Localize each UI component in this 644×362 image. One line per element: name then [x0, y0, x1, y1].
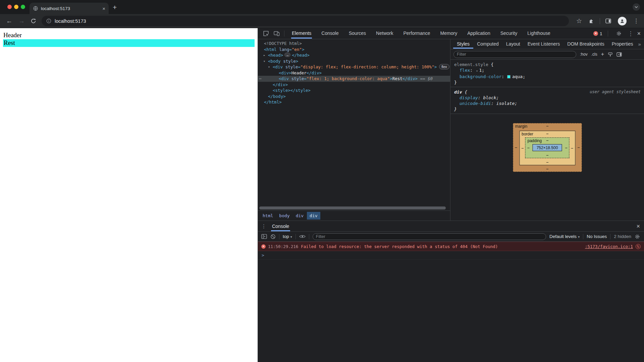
padding-top-value[interactable]: −	[546, 138, 548, 143]
element-style-rule[interactable]: element.style { flex: ▸1; background-col…	[450, 60, 644, 87]
style-property-line[interactable]: background-color: aqua;	[454, 74, 641, 79]
expand-shorthand-icon[interactable]: ▸	[476, 69, 478, 72]
color-swatch[interactable]	[507, 75, 511, 78]
expand-down-icon[interactable]: ▾	[263, 58, 265, 64]
device-toolbar-icon[interactable]	[274, 31, 280, 36]
margin-bottom-value[interactable]: −	[546, 167, 548, 171]
new-tab-button[interactable]: +	[113, 4, 117, 11]
url-bar[interactable]: localhost:5173	[42, 16, 569, 26]
breadcrumb-body[interactable]: body	[276, 212, 292, 220]
devtools-tab-elements[interactable]: Elements	[291, 28, 312, 39]
dom-tree-row[interactable]: </body>	[258, 94, 450, 100]
dom-tree-row[interactable]: <div>Header</div>	[258, 70, 450, 76]
rendering-emulation-icon[interactable]	[608, 52, 613, 57]
window-minimize-button[interactable]	[14, 5, 18, 9]
devtools-menu-icon[interactable]: ⋮	[628, 30, 633, 37]
padding-right-value[interactable]: −	[565, 145, 567, 150]
scrollbar-thumb[interactable]	[259, 206, 446, 209]
styles-tab-styles[interactable]: Styles	[453, 40, 473, 49]
computed-sidebar-icon[interactable]	[616, 52, 622, 57]
breadcrumb-div[interactable]: div	[307, 212, 320, 220]
box-model-padding[interactable]: padding − − − − 752×18.500	[525, 137, 570, 158]
clear-console-icon[interactable]	[270, 234, 276, 239]
breadcrumb-html[interactable]: html	[260, 212, 276, 220]
box-model-content[interactable]: 752×18.500	[533, 144, 562, 151]
padding-bottom-value[interactable]: −	[546, 153, 548, 158]
box-model-margin[interactable]: margin − − − − border − − − − padding	[513, 123, 582, 172]
dom-tree-row[interactable]: </div>	[258, 82, 450, 88]
console-drawer-tab[interactable]: Console	[271, 221, 290, 231]
flex-badge[interactable]: flex	[439, 64, 449, 69]
dom-tree-row[interactable]: ▾<body style>	[258, 58, 450, 64]
devtools-settings-gear-icon[interactable]	[616, 31, 622, 36]
ellipsis-button[interactable]: …	[284, 53, 290, 57]
dom-tree-row[interactable]: ▾<div style="display: flex; flex-directi…	[258, 64, 450, 70]
devtools-close-icon[interactable]: ×	[637, 31, 641, 37]
tab-search-button[interactable]	[633, 3, 640, 11]
horizontal-scrollbar[interactable]	[258, 206, 450, 210]
extensions-puzzle-icon[interactable]	[589, 18, 594, 24]
border-left-value[interactable]: −	[521, 146, 524, 150]
console-prompt[interactable]: >	[258, 251, 644, 260]
devtools-tab-memory[interactable]: Memory	[440, 28, 458, 39]
row-actions-icon[interactable]: ⋯	[259, 76, 262, 82]
devtools-tab-lighthouse[interactable]: Lighthouse	[527, 28, 551, 39]
style-property-line[interactable]: flex: ▸1;	[454, 67, 641, 74]
styles-tab-layout[interactable]: Layout	[502, 40, 524, 49]
border-top-value[interactable]: −	[546, 131, 548, 136]
devtools-tab-performance[interactable]: Performance	[402, 28, 431, 39]
border-right-value[interactable]: −	[571, 146, 573, 150]
browser-tab[interactable]: localhost:5173 ×	[30, 3, 109, 14]
dom-tree-row[interactable]: <style></style>	[258, 87, 450, 94]
drawer-close-icon[interactable]: ×	[636, 223, 640, 229]
devtools-tab-console[interactable]: Console	[321, 28, 339, 39]
console-sidebar-icon[interactable]	[261, 234, 267, 239]
devtools-tab-security[interactable]: Security	[500, 28, 518, 39]
back-button[interactable]: ←	[6, 18, 12, 24]
breadcrumb-div[interactable]: div	[293, 212, 306, 220]
box-model-border[interactable]: border − − − − padding − − − −	[519, 131, 575, 165]
issues-counter[interactable]: No Issues	[587, 234, 607, 239]
inspect-element-icon[interactable]	[263, 31, 269, 37]
expand-down-icon[interactable]: ▾	[268, 64, 270, 70]
box-model-diagram[interactable]: margin − − − − border − − − − padding	[513, 123, 582, 172]
dom-tree-row[interactable]: <html lang="en">	[258, 47, 450, 53]
forward-button[interactable]: →	[18, 18, 25, 24]
context-selector[interactable]: top▾	[283, 234, 292, 239]
console-settings-gear-icon[interactable]	[635, 234, 640, 239]
live-expression-eye-icon[interactable]	[299, 234, 306, 239]
padding-left-value[interactable]: −	[527, 145, 530, 150]
profile-avatar[interactable]	[618, 17, 627, 25]
user-agent-rule[interactable]: div { user agent stylesheet display: blo…	[450, 87, 644, 114]
console-error-message[interactable]: × 11:50:29.216 Failed to load resource: …	[258, 242, 644, 251]
site-info-icon[interactable]	[46, 18, 51, 23]
console-filter-input[interactable]	[313, 233, 546, 240]
styles-tab-dom-breakpoints[interactable]: DOM Breakpoints	[564, 40, 608, 49]
tab-close-icon[interactable]: ×	[102, 6, 105, 11]
dom-tree-row[interactable]: <!DOCTYPE html>	[258, 41, 450, 47]
margin-top-value[interactable]: −	[546, 124, 548, 128]
new-style-rule-icon[interactable]: +	[601, 52, 604, 57]
bookmark-star-icon[interactable]: ☆	[576, 18, 582, 24]
devtools-tab-network[interactable]: Network	[375, 28, 394, 39]
border-bottom-value[interactable]: −	[546, 160, 548, 165]
dom-tree-row[interactable]: ⋯<div style="flex: 1; background-color: …	[258, 76, 450, 82]
side-panel-icon[interactable]	[605, 18, 611, 23]
margin-right-value[interactable]: −	[577, 145, 580, 150]
dom-tree-row[interactable]: ▸<head>…</head>	[258, 52, 450, 58]
styles-tab-properties[interactable]: Properties	[608, 40, 637, 49]
toggle-hover-state[interactable]: :hov	[580, 52, 588, 57]
toggle-classes[interactable]: .cls	[591, 52, 597, 57]
reload-button[interactable]	[31, 18, 36, 24]
styles-filter-input[interactable]	[453, 51, 576, 58]
devtools-tab-application[interactable]: Application	[467, 28, 491, 39]
console-empty-area[interactable]	[258, 260, 644, 362]
dom-tree-row[interactable]: </html>	[258, 99, 450, 105]
error-badge[interactable]: × 1	[593, 31, 602, 36]
error-source-link[interactable]: :5173/favicon.ico:1	[585, 244, 633, 249]
window-zoom-button[interactable]	[21, 5, 25, 9]
more-tabs-icon[interactable]: »	[637, 41, 642, 47]
expand-right-icon[interactable]: ▸	[263, 52, 265, 58]
hidden-messages-count[interactable]: 2 hidden	[614, 234, 631, 239]
browser-menu-icon[interactable]: ⋮	[633, 17, 639, 24]
